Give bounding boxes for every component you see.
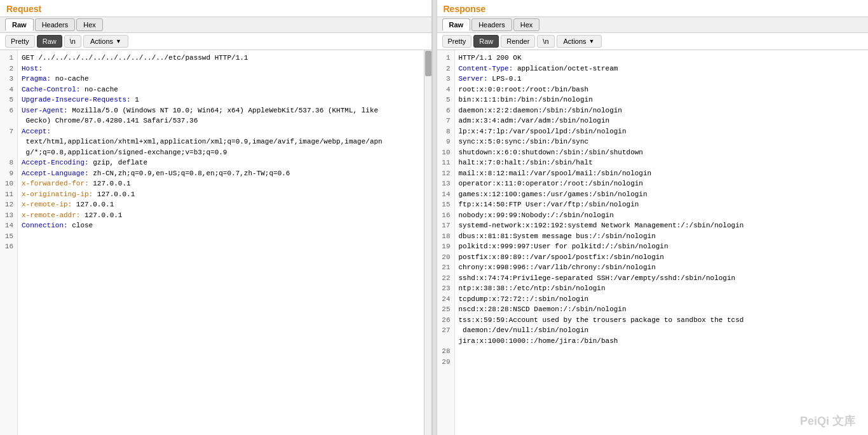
request-scrollbar-thumb[interactable] — [425, 51, 431, 76]
request-raw-btn[interactable]: Raw — [37, 35, 62, 48]
response-code[interactable]: HTTP/1.1 200 OKContent-Type: application… — [455, 50, 869, 435]
request-pretty-btn[interactable]: Pretty — [5, 35, 35, 48]
request-title: Request — [0, 0, 431, 17]
request-code[interactable]: GET /../../../../../../../../../../etc/p… — [18, 50, 424, 435]
request-actions-arrow-icon: ▼ — [116, 38, 121, 44]
response-panel: Response Raw Headers Hex Pretty Raw Rend… — [437, 0, 869, 435]
response-raw-btn[interactable]: Raw — [473, 35, 499, 48]
response-toolbar: Pretty Raw Render \n Actions ▼ — [437, 33, 869, 50]
request-newline-btn[interactable]: \n — [64, 35, 81, 48]
request-line-numbers: 1 2 3 4 5 6 7 8 9 10 11 12 13 14 15 16 — [0, 50, 18, 435]
panel-divider — [432, 0, 437, 435]
request-tab-headers[interactable]: Headers — [35, 18, 76, 31]
request-tab-raw[interactable]: Raw — [5, 18, 34, 31]
request-content-area: 1 2 3 4 5 6 7 8 9 10 11 12 13 14 15 16 G… — [0, 50, 431, 435]
response-tab-hex[interactable]: Hex — [513, 18, 540, 31]
request-scrollbar[interactable] — [424, 50, 431, 435]
response-line-numbers: 1 2 3 4 5 6 7 8 9 10 11 12 13 14 15 16 1… — [437, 50, 455, 435]
response-actions-arrow-icon: ▼ — [589, 38, 595, 44]
request-actions-label: Actions — [90, 37, 113, 45]
request-actions-btn[interactable]: Actions ▼ — [83, 35, 128, 48]
response-newline-btn[interactable]: \n — [537, 35, 554, 48]
request-toolbar: Pretty Raw \n Actions ▼ — [0, 33, 431, 50]
response-actions-btn[interactable]: Actions ▼ — [557, 35, 602, 48]
response-title: Response — [437, 0, 869, 17]
request-tab-hex[interactable]: Hex — [76, 18, 103, 31]
response-pretty-btn[interactable]: Pretty — [442, 35, 472, 48]
response-tab-bar: Raw Headers Hex — [437, 17, 869, 33]
response-tab-headers[interactable]: Headers — [471, 18, 512, 31]
response-actions-label: Actions — [564, 37, 587, 45]
request-panel: Request Raw Headers Hex Pretty Raw \n Ac… — [0, 0, 432, 435]
response-render-btn[interactable]: Render — [501, 35, 535, 48]
request-tab-bar: Raw Headers Hex — [0, 17, 431, 33]
response-tab-raw[interactable]: Raw — [442, 18, 471, 31]
response-content-area: 1 2 3 4 5 6 7 8 9 10 11 12 13 14 15 16 1… — [437, 50, 869, 435]
